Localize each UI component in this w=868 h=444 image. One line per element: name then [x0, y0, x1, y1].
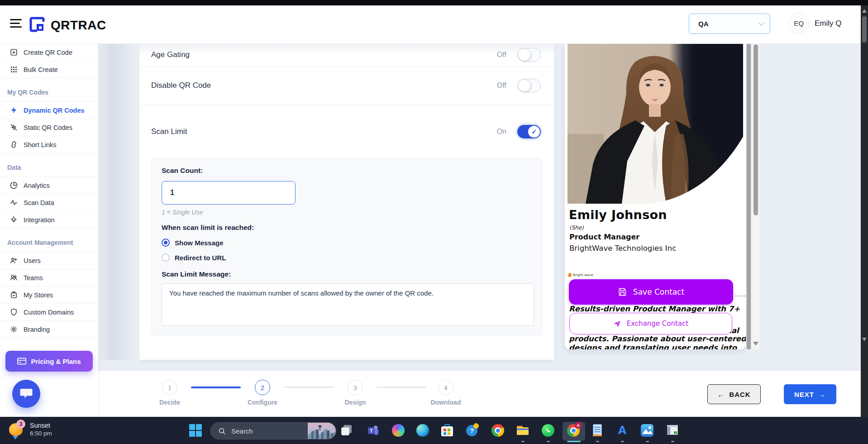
content-gap-gradient [98, 44, 139, 360]
whatsapp-icon[interactable] [542, 424, 554, 437]
avatar[interactable]: EQ [788, 13, 809, 33]
step-2-circle[interactable]: 2 [255, 380, 270, 395]
preview-scrollbar-track[interactable] [747, 43, 751, 349]
support-chat-button[interactable] [12, 380, 40, 408]
weather-icon: 3 [9, 422, 25, 439]
save-contact-label: Save Contact [633, 287, 684, 296]
preview-scrollbar[interactable] [752, 43, 759, 349]
weather-condition: Sunset [30, 422, 52, 429]
radio-show-message[interactable]: Show Message [162, 239, 532, 247]
file-explorer-icon[interactable] [516, 424, 529, 437]
svg-text:T: T [370, 428, 373, 434]
preview-scrollbar-thumb[interactable] [754, 44, 758, 215]
taskbar-search[interactable]: Search [210, 422, 336, 439]
windows-start-button[interactable] [189, 424, 202, 437]
edge-icon[interactable] [416, 424, 429, 437]
sidebar-item-my-stores[interactable]: My Stores [0, 286, 98, 304]
sidebar-item-label: Users [24, 257, 41, 264]
sidebar-item-bulk-create[interactable]: Bulk Create [0, 61, 98, 78]
running-app-indicator [521, 441, 525, 442]
contact-job-title: Product Manager [569, 233, 639, 241]
sidebar-item-dynamic-qr-codes[interactable]: Dynamic QR Codes [0, 102, 98, 119]
sidebar-item-static-qr-codes[interactable]: Static QR Codes [0, 119, 98, 136]
setting-row-disable-qr: Disable QR Code Off [139, 67, 554, 105]
copilot-icon[interactable] [392, 424, 405, 437]
contact-company: BrightWave Technologies Inc [569, 244, 676, 253]
teams-icon[interactable]: T [367, 424, 380, 437]
contact-pronoun: (She) [569, 224, 584, 231]
photos-app-icon[interactable] [641, 424, 653, 437]
user-name[interactable]: Emily Q [815, 19, 842, 28]
brand-name: QRTRAC [51, 18, 106, 33]
chrome-profile-a-icon[interactable]: A [567, 424, 580, 437]
browser-scrollbar[interactable] [861, 5, 868, 417]
age-gating-toggle[interactable] [517, 48, 541, 62]
task-view-icon[interactable] [340, 424, 353, 437]
scan-count-label: Scan Count: [162, 167, 532, 175]
chrome-icon[interactable] [491, 424, 504, 437]
sidebar-section-account-management: Account Management [0, 229, 98, 252]
disable-qr-toggle[interactable] [517, 79, 541, 92]
bio-text-line: designs and translating user needs into [569, 344, 737, 349]
sidebar-item-teams[interactable]: Teams [0, 269, 98, 286]
scan-count-input[interactable] [162, 181, 296, 205]
hamburger-menu-icon[interactable] [10, 19, 22, 29]
back-button[interactable]: ←BACK [707, 384, 761, 404]
lightbulb-icon [10, 216, 18, 224]
sidebar-item-label: Branding [24, 326, 50, 333]
scan-limit-toggle[interactable]: ✓ [517, 125, 541, 138]
next-button[interactable]: NEXT→ [784, 384, 836, 404]
step-1-circle[interactable]: 1 [162, 380, 177, 395]
step-connector [284, 387, 334, 388]
settings-card: Age Gating Off Disable QR Code Off Scan … [139, 43, 554, 360]
browser-scrollbar-thumb[interactable] [862, 16, 867, 43]
company-logo: Bright wave [568, 273, 593, 277]
app-a-icon[interactable]: A [616, 424, 629, 437]
sidebar-item-short-links[interactable]: Short Links [0, 136, 98, 153]
step-1-label: Decide [143, 399, 197, 406]
sidebar-item-create-qr-code[interactable]: Create QR Code [0, 44, 98, 61]
notification-badge: 3 [16, 420, 25, 429]
scroll-down-arrow-icon[interactable] [753, 342, 758, 346]
qrtrac-logo-icon[interactable] [28, 15, 46, 33]
app-window-icon[interactable] [666, 424, 679, 437]
sidebar-item-label: Analytics [24, 182, 50, 189]
windows-taskbar: 3 Sunset 6:50 pm Search [0, 417, 868, 444]
weather-widget[interactable]: 3 Sunset 6:50 pm [9, 420, 52, 439]
scroll-up-arrow-icon[interactable] [862, 9, 867, 13]
next-label: NEXT [794, 391, 814, 398]
sidebar-item-label: My Stores [24, 291, 53, 299]
chat-bubble-icon [19, 387, 33, 400]
sidebar-item-users[interactable]: Users [0, 252, 98, 269]
setting-label: Scan Limit [151, 127, 187, 136]
pricing-plans-button[interactable]: Pricing & Plans [5, 351, 93, 372]
pricing-plans-label: Pricing & Plans [31, 358, 81, 365]
scan-count-hint: 1 = Single Use [162, 209, 532, 216]
paper-plane-icon [613, 320, 621, 328]
sidebar-item-integration[interactable]: Integration [0, 211, 98, 229]
chevron-down-icon [758, 20, 764, 26]
radio-redirect-url[interactable]: Redirect to URL [162, 253, 532, 262]
step-4-circle[interactable]: 4 [438, 380, 453, 395]
sidebar-item-custom-domains[interactable]: Custom Domains [0, 304, 98, 321]
scroll-down-arrow-icon[interactable] [862, 338, 867, 341]
sidebar-item-branding[interactable]: Branding [0, 321, 98, 338]
app-header: QRTRAC QA EQ Emily Q [0, 5, 861, 44]
sidebar-section-my-qr-codes: My QR Codes [0, 78, 98, 102]
sidebar-item-label: Custom Domains [24, 309, 74, 316]
workspace-value: QA [698, 20, 709, 28]
get-help-icon[interactable]: ? [466, 424, 479, 437]
scan-limit-message-textarea[interactable]: You have reached the maximum number of s… [162, 283, 534, 326]
radio-selected-icon [162, 239, 170, 247]
notebook-app-icon[interactable] [591, 424, 604, 437]
sidebar-item-analytics[interactable]: Analytics [0, 177, 98, 194]
exchange-contact-button[interactable]: Exchange Contact [569, 313, 732, 334]
step-3-circle[interactable]: 3 [348, 380, 363, 395]
sidebar-item-scan-data[interactable]: Scan Data [0, 194, 98, 211]
workspace-select[interactable]: QA [689, 14, 770, 34]
sidebar-item-label: Short Links [24, 141, 57, 148]
back-label: BACK [729, 391, 750, 398]
search-placeholder: Search [231, 427, 302, 435]
save-contact-button[interactable]: Save Contact [569, 279, 733, 305]
microsoft-store-icon[interactable] [441, 424, 453, 437]
